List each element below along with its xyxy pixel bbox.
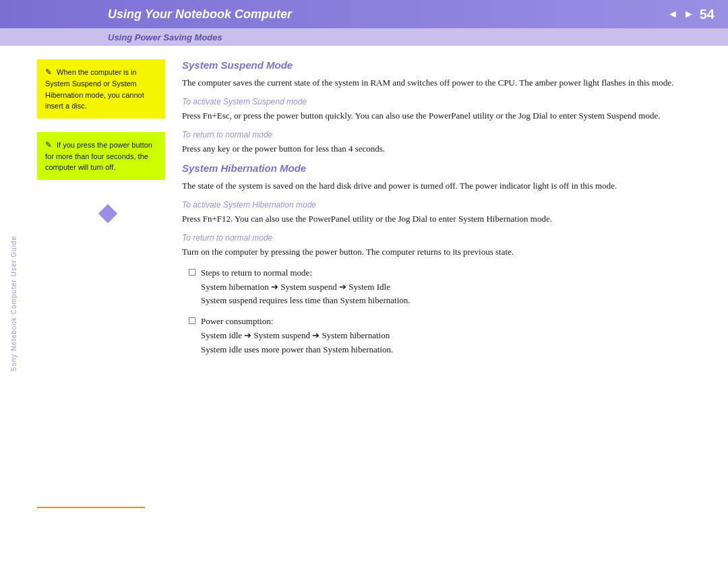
section-title-suspend: System Suspend Mode [182, 59, 701, 71]
sidebar: Sony Notebook Computer User Guide [0, 46, 27, 562]
body-return-normal-2: Turn on the computer by pressing the pow… [182, 245, 701, 259]
diamond-decoration [98, 204, 117, 222]
page-number: 54 [700, 7, 715, 22]
header-title: Using Your Notebook Computer [108, 7, 292, 22]
bullet-line-power-2: System idle uses more power than System … [201, 344, 393, 354]
body-activate-hibernation: Press Fn+F12. You can also use the Power… [182, 212, 701, 226]
subsection-return-normal-2: To return to normal mode Turn on the com… [182, 233, 701, 259]
left-panel: ✎ When the computer is in System Suspend… [27, 46, 175, 562]
list-item-steps: Steps to return to normal mode: System h… [189, 266, 701, 308]
note-box-2: ✎ If you press the power button for more… [37, 132, 165, 180]
orange-divider-line [37, 507, 145, 508]
bullet-list: Steps to return to normal mode: System h… [182, 266, 701, 357]
note-text-2: If you press the power button for more t… [45, 141, 152, 172]
header-navigation: ◄ ► 54 [667, 7, 715, 22]
bullet-content-steps: Steps to return to normal mode: System h… [201, 266, 701, 308]
section-intro-suspend: The computer saves the current state of … [182, 76, 701, 90]
subsection-activate-hibernation: To activate System Hibernation mode Pres… [182, 200, 701, 226]
subtitle-return-normal-2: To return to normal mode [182, 233, 701, 243]
bullet-line-steps-1: System hibernation ➔ System suspend ➔ Sy… [201, 282, 390, 292]
content-area: System Suspend Mode The computer saves t… [175, 46, 728, 562]
bullet-icon-steps [189, 269, 195, 276]
sidebar-text: Sony Notebook Computer User Guide [10, 236, 18, 371]
body-return-normal-1: Press any key or the power button for le… [182, 142, 701, 156]
bullet-line-power-1: System idle ➔ System suspend ➔ System hi… [201, 330, 390, 340]
subsection-activate-suspend: To activate System Suspend mode Press Fn… [182, 97, 701, 123]
note-text-1: When the computer is in System Suspend o… [45, 68, 144, 110]
bullet-icon-power [189, 317, 195, 324]
subtitle-activate-hibernation: To activate System Hibernation mode [182, 200, 701, 210]
section-system-suspend: System Suspend Mode The computer saves t… [182, 59, 701, 156]
nav-forward-icon[interactable]: ► [684, 8, 694, 20]
section-intro-hibernation: The state of the system is saved on the … [182, 179, 701, 193]
main-container: Sony Notebook Computer User Guide ✎ When… [0, 46, 728, 562]
nav-back-icon[interactable]: ◄ [667, 8, 678, 20]
section-system-hibernation: System Hibernation Mode The state of the… [182, 162, 701, 259]
bullet-label-steps: Steps to return to normal mode: [201, 268, 312, 278]
body-activate-suspend: Press Fn+Esc, or press the power button … [182, 109, 701, 123]
bullet-content-power: Power consumption: System idle ➔ System … [201, 315, 701, 356]
note-icon-2: ✎ [45, 139, 52, 151]
page-header: Using Your Notebook Computer ◄ ► 54 [0, 0, 728, 28]
list-item-power: Power consumption: System idle ➔ System … [189, 315, 701, 356]
section-title-hibernation: System Hibernation Mode [182, 162, 701, 174]
note-icon-1: ✎ [45, 66, 52, 78]
subsection-return-normal-1: To return to normal mode Press any key o… [182, 130, 701, 156]
bullet-line-steps-2: System suspend requires less time than S… [201, 295, 411, 305]
note-box-1: ✎ When the computer is in System Suspend… [37, 59, 165, 119]
subheader-title: Using Power Saving Modes [108, 32, 222, 42]
subtitle-activate-suspend: To activate System Suspend mode [182, 97, 701, 106]
bullet-label-power: Power consumption: [201, 316, 273, 326]
page-subheader: Using Power Saving Modes [0, 28, 728, 46]
subtitle-return-normal-1: To return to normal mode [182, 130, 701, 139]
